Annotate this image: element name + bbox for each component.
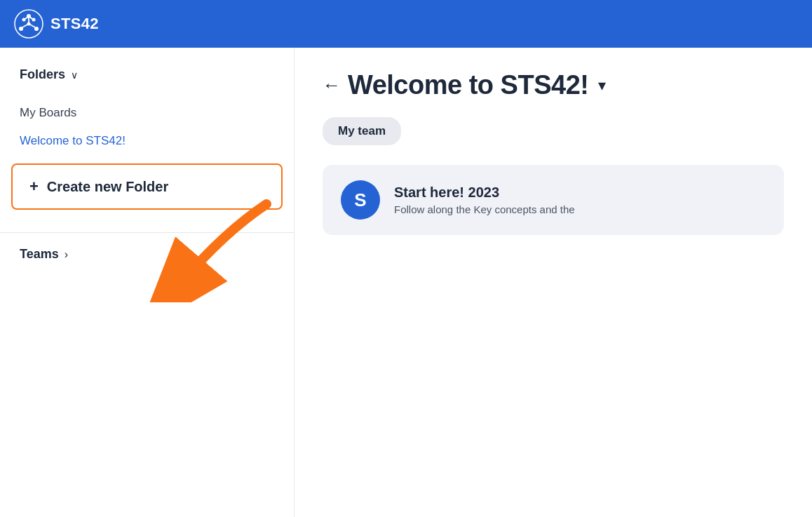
board-card[interactable]: S Start here! 2023 Follow along the Key … [323, 165, 784, 235]
plus-icon: + [29, 177, 39, 196]
board-info: Start here! 2023 Follow along the Key co… [394, 184, 766, 215]
main-header: ← Welcome to STS42! ▾ [323, 70, 784, 100]
teams-header[interactable]: Teams › [0, 233, 294, 262]
svg-line-11 [30, 17, 33, 19]
app-layout: Folders ∨ My Boards Welcome to STS42! + … [0, 48, 812, 517]
sidebar-item-welcome[interactable]: Welcome to STS42! [0, 127, 294, 155]
page-title: Welcome to STS42! [348, 70, 588, 100]
sidebar-item-my-boards[interactable]: My Boards [0, 99, 294, 127]
svg-line-9 [25, 17, 28, 19]
create-folder-button[interactable]: + Create new Folder [11, 163, 283, 210]
board-description: Follow along the Key concepts and the [394, 203, 766, 215]
logo-icon [14, 9, 43, 39]
chevron-right-icon: › [65, 248, 68, 261]
back-button[interactable]: ← [323, 74, 341, 96]
title-dropdown-icon[interactable]: ▾ [598, 76, 606, 95]
avatar-letter: S [354, 189, 366, 211]
folders-header[interactable]: Folders ∨ [0, 67, 294, 82]
teams-label: Teams [20, 247, 59, 262]
app-title: STS42 [50, 15, 99, 33]
chevron-down-icon: ∨ [71, 69, 78, 81]
main-content: ← Welcome to STS42! ▾ My team S Start he… [295, 48, 812, 517]
my-team-badge[interactable]: My team [323, 117, 401, 145]
board-avatar: S [341, 180, 380, 220]
sidebar: Folders ∨ My Boards Welcome to STS42! + … [0, 48, 295, 517]
create-folder-label: Create new Folder [47, 179, 168, 195]
svg-line-6 [22, 25, 27, 27]
logo[interactable]: STS42 [14, 9, 99, 39]
board-name: Start here! 2023 [394, 184, 766, 201]
header: STS42 [0, 0, 812, 48]
svg-line-7 [30, 25, 35, 27]
folders-label: Folders [20, 67, 65, 82]
